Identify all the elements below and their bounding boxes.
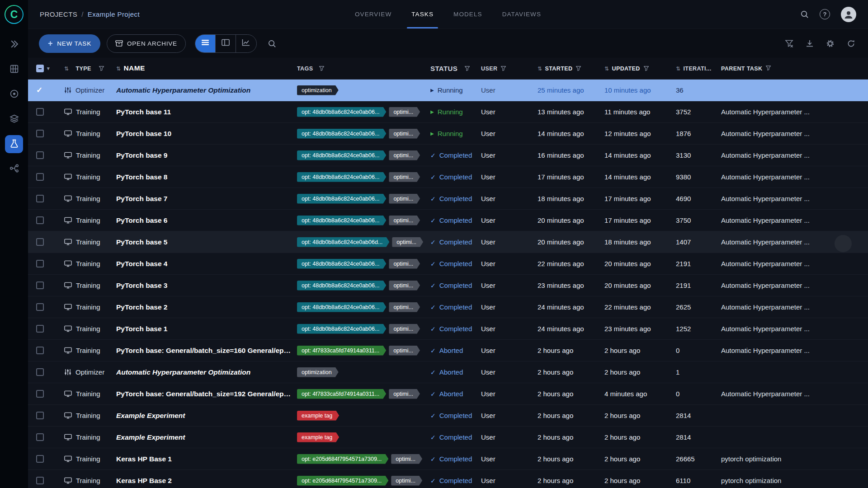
task-name[interactable]: PyTorch base 10 <box>116 123 297 144</box>
table-row[interactable]: TrainingPyTorch base 3opt: 48db0b8a6c824… <box>28 275 868 296</box>
task-name[interactable]: PyTorch base 6 <box>116 210 297 231</box>
table-row[interactable]: TrainingExample Experimentexample tag✓Co… <box>28 427 868 448</box>
column-header-tags[interactable]: TAGS <box>297 66 430 72</box>
table-row[interactable]: TrainingPyTorch base 9opt: 48db0b8a6c824… <box>28 145 868 166</box>
task-name[interactable]: PyTorch base: General/batch_size=160 Gen… <box>116 340 297 361</box>
task-parent[interactable] <box>721 427 868 448</box>
new-task-button[interactable]: + NEW TASK <box>39 34 100 53</box>
help-icon[interactable]: ? <box>820 9 830 19</box>
row-checkbox[interactable] <box>36 151 44 159</box>
task-parent[interactable]: Automatic Hyperparameter ... <box>721 318 868 339</box>
row-checkbox[interactable] <box>36 303 44 311</box>
breadcrumb-current-project[interactable]: Example Project <box>88 10 140 18</box>
tag[interactable]: opt: 48db0b8a6c824ce0ab06... <box>297 172 386 182</box>
task-name[interactable]: PyTorch base 4 <box>116 253 297 274</box>
column-header-user[interactable]: USER <box>481 66 538 72</box>
task-parent[interactable]: pytorch optimization <box>721 470 868 488</box>
tag[interactable]: opt: 48db0b8a6c824ce0ab06... <box>297 129 386 139</box>
tag[interactable]: opt: 4f7833ca5fd74914a0311... <box>297 346 386 356</box>
tab-overview[interactable]: OVERVIEW <box>345 0 401 28</box>
row-checkbox[interactable] <box>36 433 44 441</box>
task-parent[interactable]: Automatic Hyperparameter ... <box>721 123 868 144</box>
task-parent[interactable]: Automatic Hyperparameter ... <box>721 340 868 361</box>
tag[interactable]: optimi... <box>389 346 420 356</box>
download-icon[interactable] <box>806 39 814 47</box>
task-parent[interactable]: Automatic Hyperparameter ... <box>721 145 868 166</box>
sort-icon[interactable]: ⇅ <box>604 66 609 72</box>
tag[interactable]: optimi... <box>389 194 420 204</box>
row-checkbox[interactable] <box>36 130 44 137</box>
task-name[interactable]: Automatic Hyperparameter Optimization <box>116 361 297 383</box>
task-parent[interactable]: Automatic Hyperparameter ... <box>721 275 868 296</box>
table-row[interactable]: ✓OptimizerAutomatic Hyperparameter Optim… <box>28 80 868 101</box>
table-row[interactable]: TrainingKeras HP Base 2opt: e205d684f795… <box>28 470 868 488</box>
row-checkbox[interactable] <box>36 390 44 398</box>
table-view-button[interactable] <box>195 35 216 52</box>
tag[interactable]: opt: 48db0b8a6c824ce0ab06... <box>297 324 386 334</box>
tag[interactable]: optimi... <box>391 454 422 464</box>
tag[interactable]: opt: 48db0b8a6c824ce0ab06... <box>297 216 386 225</box>
table-row[interactable]: TrainingPyTorch base: General/batch_size… <box>28 383 868 405</box>
task-name[interactable]: PyTorch base 2 <box>116 296 297 318</box>
tag[interactable]: opt: e205d684f7954571a7309... <box>297 454 388 464</box>
sidebar-item-experiments[interactable] <box>5 135 23 153</box>
task-parent[interactable]: Automatic Hyperparameter ... <box>721 210 868 231</box>
header-select-all[interactable]: ▾ <box>28 65 64 72</box>
tag[interactable]: optimi... <box>392 237 423 247</box>
sort-icon[interactable]: ⇅ <box>116 66 121 72</box>
task-parent[interactable] <box>721 80 868 101</box>
clearml-logo[interactable]: C <box>5 5 24 24</box>
tag[interactable]: opt: 48db0b8a6c824ce0ab06... <box>297 302 386 312</box>
tag[interactable]: opt: 48db0b8a6c824ce0ab06... <box>297 259 386 269</box>
user-avatar[interactable] <box>841 7 856 22</box>
row-checkbox[interactable] <box>36 325 44 333</box>
search-icon[interactable] <box>800 10 809 19</box>
tab-tasks[interactable]: TASKS <box>401 0 443 28</box>
filter-icon[interactable] <box>319 66 324 71</box>
tag[interactable]: optimi... <box>391 476 422 486</box>
table-row[interactable]: TrainingExample Experimentexample tag✓Co… <box>28 405 868 427</box>
task-parent[interactable]: Automatic Hyperparameter ... <box>721 166 868 188</box>
tag[interactable]: optimi... <box>389 259 420 269</box>
sidebar-item-reports[interactable] <box>5 85 23 103</box>
task-name[interactable]: PyTorch base 5 <box>116 231 297 253</box>
task-parent[interactable] <box>721 361 868 383</box>
sort-icon[interactable]: ⇅ <box>676 66 680 72</box>
tag[interactable]: optimi... <box>389 150 420 160</box>
task-name[interactable]: Automatic Hyperparameter Optimization <box>116 80 297 101</box>
tag[interactable]: optimi... <box>389 324 420 334</box>
table-search-icon[interactable] <box>268 39 276 48</box>
task-parent[interactable]: Automatic Hyperparameter ... <box>721 296 868 318</box>
task-name[interactable]: PyTorch base 7 <box>116 188 297 209</box>
tag[interactable]: optimi... <box>389 172 420 182</box>
column-header-status[interactable]: STATUS <box>430 65 481 72</box>
task-parent[interactable] <box>721 405 868 426</box>
row-checkbox[interactable] <box>36 477 44 484</box>
tab-models[interactable]: MODELS <box>443 0 492 28</box>
row-checkbox[interactable] <box>36 173 44 181</box>
row-checkbox[interactable] <box>36 260 44 267</box>
task-parent[interactable]: Automatic Hyperparameter ... <box>721 188 868 209</box>
row-checkbox[interactable] <box>36 455 44 463</box>
column-header-type[interactable]: ⇅TYPE <box>64 66 116 72</box>
task-name[interactable]: PyTorch base 3 <box>116 275 297 296</box>
table-row[interactable]: TrainingPyTorch base 2opt: 48db0b8a6c824… <box>28 296 868 318</box>
tag[interactable]: opt: 48db0b8a6c824ce0ab06... <box>297 281 386 291</box>
row-checkbox[interactable] <box>36 108 44 116</box>
column-header-parent[interactable]: PARENT TASK <box>721 58 868 80</box>
column-header-name[interactable]: ⇅NAME <box>116 58 297 80</box>
row-checkbox[interactable] <box>36 347 44 354</box>
row-checkbox[interactable] <box>36 238 44 246</box>
chart-view-button[interactable] <box>236 35 256 52</box>
tag[interactable]: optimization <box>297 85 339 95</box>
tab-dataviews[interactable]: DATAVIEWS <box>492 0 551 28</box>
tag[interactable]: optimi... <box>389 216 420 225</box>
row-checkbox[interactable] <box>36 368 44 376</box>
table-row[interactable]: TrainingKeras HP Base 1opt: e205d684f795… <box>28 448 868 470</box>
column-header-iteration[interactable]: ⇅ITERATI... <box>676 66 721 72</box>
table-row[interactable]: TrainingPyTorch base 4opt: 48db0b8a6c824… <box>28 253 868 275</box>
open-archive-button[interactable]: OPEN ARCHIVE <box>107 34 186 53</box>
task-name[interactable]: PyTorch base 11 <box>116 101 297 122</box>
table-row[interactable]: TrainingPyTorch base 10opt: 48db0b8a6c82… <box>28 123 868 145</box>
filter-icon[interactable] <box>501 66 506 71</box>
